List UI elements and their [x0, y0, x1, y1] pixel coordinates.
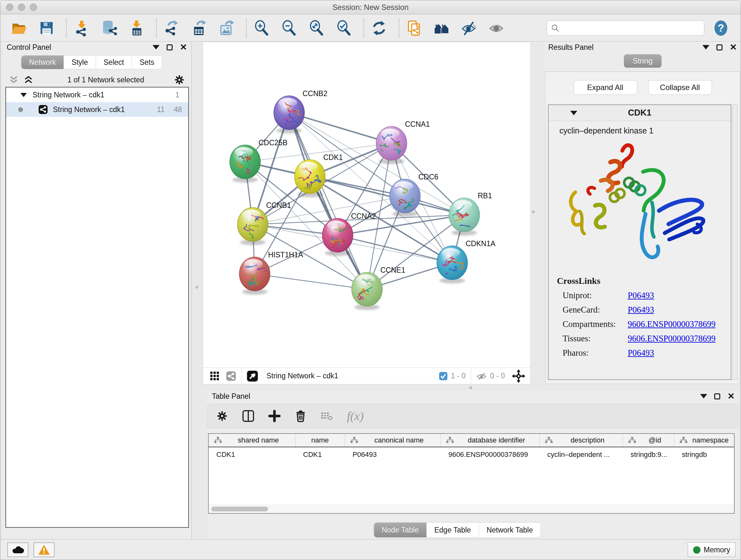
network-node-CCNA1[interactable]: CCNA1 — [376, 120, 430, 164]
collapse-all-button[interactable]: Collapse All — [648, 80, 712, 95]
crosslink-link[interactable]: P06493 — [628, 291, 654, 300]
column-header-namespace[interactable]: namespace — [674, 434, 734, 447]
zoom-out-button[interactable] — [280, 19, 298, 37]
tab-sets[interactable]: Sets — [132, 56, 162, 69]
warnings-button[interactable] — [33, 543, 55, 557]
expand-all-icon[interactable] — [23, 75, 33, 84]
apply-style-refresh-button[interactable] — [370, 19, 388, 37]
scrollbar-thumb[interactable] — [211, 507, 268, 511]
tab-network[interactable]: Network — [21, 56, 64, 69]
tab-select[interactable]: Select — [96, 56, 132, 69]
grid-view-button[interactable] — [210, 371, 219, 381]
help-button[interactable]: ? — [713, 20, 729, 37]
open-session-button[interactable] — [10, 19, 28, 37]
zoom-in-button[interactable] — [253, 19, 271, 37]
gene-card-header[interactable]: CDK1 — [549, 105, 731, 121]
crosslink-link[interactable]: 9606.ENSP00000378699 — [628, 319, 716, 329]
right-splitter-handle[interactable] — [532, 210, 535, 213]
table-options-gear-icon[interactable] — [216, 410, 228, 422]
bottom-splitter-handle[interactable] — [469, 386, 472, 389]
column-header-name[interactable]: name — [295, 434, 345, 447]
float-panel-icon[interactable] — [166, 44, 173, 51]
results-scrollbar[interactable] — [733, 105, 738, 380]
export-table-button[interactable] — [190, 19, 208, 37]
network-edge[interactable] — [338, 235, 452, 263]
cell-namespace[interactable]: stringdb — [674, 447, 734, 461]
column-header-canonical-name[interactable]: canonical name — [345, 434, 441, 447]
table-row[interactable]: CDK1 CDK1 P06493 9606.ENSP00000378699 cy… — [209, 447, 734, 461]
cell-name[interactable]: CDK1 — [295, 447, 345, 461]
export-image-button[interactable] — [217, 19, 236, 37]
tab-edge-table[interactable]: Edge Table — [427, 523, 479, 537]
column-header-description[interactable]: description — [540, 434, 623, 447]
network-node-CDK1[interactable]: CDK1 — [294, 153, 343, 197]
delete-column-trash-icon[interactable] — [294, 410, 307, 422]
save-session-button[interactable] — [37, 19, 56, 37]
hide-selected-button[interactable] — [460, 19, 478, 37]
control-panel: Control Panel ✕ Network Style Select Set… — [2, 42, 192, 540]
main-toolbar: ? — [0, 15, 741, 42]
close-panel-icon[interactable]: ✕ — [180, 43, 187, 52]
network-edge[interactable] — [289, 113, 392, 143]
show-columns-icon[interactable] — [242, 410, 254, 422]
cloud-status-button[interactable] — [7, 543, 28, 557]
zoom-selected-button[interactable] — [335, 19, 353, 37]
birds-eye-view-button[interactable] — [247, 370, 258, 382]
tab-string[interactable]: String — [624, 54, 662, 68]
collapse-section-icon[interactable] — [570, 111, 577, 115]
float-panel-icon[interactable] — [714, 393, 720, 399]
table-horizontal-scrollbar[interactable] — [209, 505, 734, 513]
network-node-CCNB2[interactable]: CCNB2 — [274, 89, 327, 133]
collection-expand-icon[interactable] — [20, 93, 27, 97]
fit-selected-button[interactable] — [512, 369, 525, 383]
tab-network-table[interactable]: Network Table — [479, 523, 541, 537]
search-input[interactable] — [562, 21, 704, 36]
tab-style[interactable]: Style — [64, 56, 96, 69]
create-column-plus-icon[interactable] — [268, 410, 280, 422]
selected-checkbox[interactable] — [439, 372, 448, 381]
float-panel-icon[interactable] — [717, 44, 723, 51]
export-network-button[interactable] — [162, 19, 181, 37]
network-node-CDKN1A[interactable]: CDKN1A — [435, 240, 495, 284]
network-edge[interactable] — [310, 177, 464, 215]
import-table-file-button[interactable] — [127, 19, 146, 37]
network-view-canvas[interactable]: CCNB2CCNA1CDC25BCDK1CDC6RB1CCNB1CCNA2CDK… — [203, 42, 531, 384]
collapse-all-icon[interactable] — [9, 75, 19, 84]
crosslink-link[interactable]: 9606.ENSP00000378699 — [628, 334, 716, 344]
panel-menu-icon[interactable] — [700, 394, 707, 398]
memory-button[interactable]: Memory — [688, 543, 736, 557]
crosslink-link[interactable]: P06493 — [628, 348, 654, 358]
string-view-button[interactable] — [226, 371, 236, 381]
clone-network-button[interactable] — [405, 19, 423, 37]
left-splitter-handle[interactable] — [196, 286, 199, 289]
cell-shared-name[interactable]: CDK1 — [209, 447, 295, 461]
network-options-gear-icon[interactable] — [174, 74, 185, 85]
column-header-database-identifier[interactable]: database identifier — [441, 434, 540, 447]
import-network-file-button[interactable] — [72, 19, 91, 37]
column-header-shared-name[interactable]: shared name — [209, 434, 295, 447]
cell-canonical-name[interactable]: P06493 — [345, 447, 441, 461]
panel-menu-icon[interactable] — [702, 45, 710, 50]
network-graph[interactable]: CCNB2CCNA1CDC25BCDK1CDC6RB1CCNB1CCNA2CDK… — [203, 42, 530, 368]
import-network-database-button[interactable] — [100, 19, 118, 37]
network-collection-row[interactable]: String Network – cdk1 1 — [6, 87, 188, 102]
cell-database-identifier[interactable]: 9606.ENSP00000378699 — [441, 447, 540, 461]
network-edge[interactable] — [289, 113, 367, 289]
tab-node-table[interactable]: Node Table — [374, 523, 427, 537]
first-neighbors-button[interactable] — [432, 19, 451, 37]
crosslink-link[interactable]: P06493 — [628, 305, 654, 315]
network-node-RB1[interactable]: RB1 — [445, 192, 492, 236]
close-panel-icon[interactable]: ✕ — [730, 43, 737, 52]
network-row-selected[interactable]: String Network – cdk1 11 48 — [6, 102, 188, 117]
close-panel-icon[interactable]: ✕ — [727, 392, 735, 401]
panel-menu-icon[interactable] — [152, 45, 159, 50]
zoom-fit-button[interactable] — [307, 19, 326, 37]
expand-all-button[interactable]: Expand All — [574, 80, 637, 95]
network-node-HIST1H1A[interactable]: HIST1H1A — [239, 251, 304, 295]
network-node-CDC6[interactable]: CDC6 — [390, 173, 439, 217]
cell-description[interactable]: cyclin–dependent ... — [540, 447, 623, 461]
column-header-id[interactable]: @id — [623, 434, 674, 447]
cell-id[interactable]: stringdb:9... — [623, 447, 674, 461]
network-edge[interactable] — [255, 274, 367, 289]
show-all-button[interactable] — [487, 19, 506, 37]
